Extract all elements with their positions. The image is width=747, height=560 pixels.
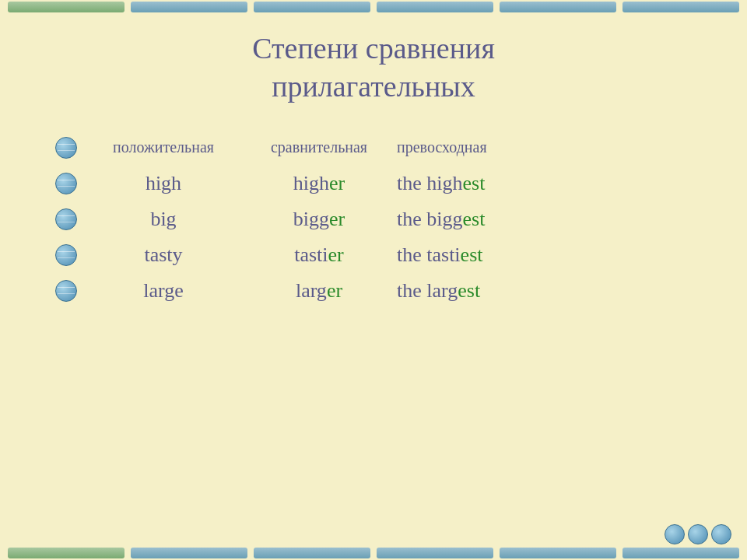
bottom-bar-seg4 <box>377 548 493 558</box>
globe-icon-header <box>55 137 77 159</box>
bottom-globe-container <box>665 524 731 544</box>
bottom-bar-seg1 <box>8 548 124 558</box>
bullet-0 <box>47 173 86 194</box>
col1-0: high <box>86 172 241 195</box>
superlative-2: the tastiest <box>397 243 483 266</box>
top-bar-seg6 <box>622 2 739 12</box>
col3-0: the highest <box>397 172 700 195</box>
bottom-bar <box>0 546 747 560</box>
superlative-3: the largest <box>397 279 480 302</box>
data-row-0: high higher the highest <box>47 166 700 201</box>
col2-3: larger <box>241 279 397 303</box>
header-col3: превосходная <box>397 138 700 156</box>
bullet-1 <box>47 208 86 230</box>
top-bar-seg1 <box>8 2 124 12</box>
bottom-globe-1 <box>665 524 685 544</box>
top-bar-seg4 <box>377 2 493 12</box>
page-title: Степени сравнения прилагательных <box>252 30 495 107</box>
comparative-0: higher <box>293 172 345 194</box>
bottom-globe-3 <box>711 524 731 544</box>
base-word-1: big <box>150 208 176 230</box>
base-word-2: tasty <box>144 243 182 266</box>
top-bar <box>0 0 747 14</box>
globe-icon-1 <box>55 208 77 230</box>
bullet-2 <box>47 244 86 266</box>
base-word-3: large <box>143 279 184 302</box>
data-row-1: big bigger the biggest <box>47 201 700 237</box>
top-bar-seg3 <box>254 2 370 12</box>
data-row-2: tasty tastier the tastiest <box>47 237 700 273</box>
main-container: Степени сравнения прилагательных положит… <box>0 14 747 546</box>
col1-2: tasty <box>86 243 241 267</box>
header-row: положительная сравнительная превосходная <box>47 130 700 166</box>
globe-icon-3 <box>55 280 77 302</box>
bottom-bar-seg6 <box>622 548 739 558</box>
bottom-bar-seg2 <box>131 548 247 558</box>
comparative-3: larger <box>296 279 342 302</box>
header-bullet <box>47 137 86 159</box>
data-rows: high higher the highest big bigge <box>47 166 700 309</box>
content-area: положительная сравнительная превосходная… <box>47 130 700 309</box>
bottom-bar-seg3 <box>254 548 370 558</box>
globe-icon-2 <box>55 244 77 266</box>
col2-2: tastier <box>241 243 397 267</box>
col3-3: the largest <box>397 279 700 303</box>
comparative-2: tastier <box>294 243 344 266</box>
data-row-3: large larger the largest <box>47 273 700 309</box>
comparative-1: bigger <box>293 208 345 230</box>
col1-3: large <box>86 279 241 303</box>
col3-2: the tastiest <box>397 243 700 267</box>
col1-1: big <box>86 208 241 231</box>
header-col1: положительная <box>86 138 241 156</box>
bottom-globe-2 <box>688 524 708 544</box>
bottom-bar-seg5 <box>500 548 616 558</box>
col2-0: higher <box>241 172 397 195</box>
bullet-3 <box>47 280 86 302</box>
superlative-0: the highest <box>397 172 485 194</box>
globe-icon-0 <box>55 173 77 194</box>
col2-1: bigger <box>241 208 397 231</box>
top-bar-seg5 <box>500 2 616 12</box>
top-bar-seg2 <box>131 2 247 12</box>
header-col2: сравнительная <box>241 138 397 156</box>
col3-1: the biggest <box>397 208 700 231</box>
base-word-0: high <box>146 172 181 194</box>
superlative-1: the biggest <box>397 208 485 230</box>
